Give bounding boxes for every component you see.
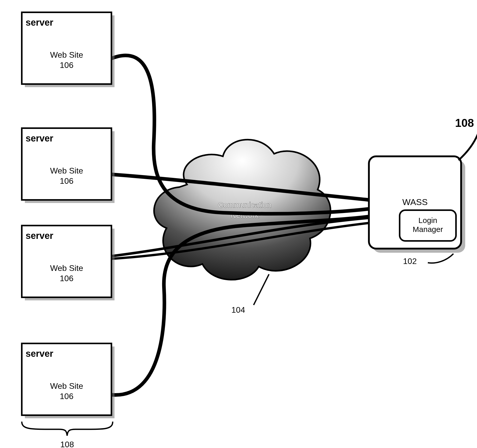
cloud: Communication Network [154, 140, 330, 280]
server-box-4: server Web Site 106 [22, 343, 115, 418]
wass-box: WASS Login Manager [369, 156, 465, 253]
login-line2: Manager [413, 225, 443, 233]
website-ref: 106 [60, 60, 73, 70]
diagram-canvas: Communication Network 104 server Web Sit… [0, 0, 477, 448]
server-title: server [26, 348, 53, 359]
website-label: Web Site [50, 263, 83, 273]
cloud-ref-leader [254, 274, 269, 305]
website-label: Web Site [50, 166, 83, 175]
server-box-2: server Web Site 106 [22, 128, 115, 203]
server-title: server [26, 133, 53, 144]
cloud-ref: 104 [231, 305, 245, 314]
server-box-3: server Web Site 106 [22, 226, 115, 300]
servers-group-bracket: 108 [22, 422, 113, 448]
server-title: server [26, 230, 53, 241]
website-label: Web Site [50, 381, 83, 391]
cloud-label-line1: Communication [218, 201, 271, 209]
server-box-1: server Web Site 106 [22, 12, 115, 87]
website-ref: 106 [60, 176, 73, 186]
wass-ref: 102 [403, 257, 417, 266]
connection-lines [110, 55, 369, 395]
website-label: Web Site [50, 50, 83, 59]
website-ref: 106 [60, 274, 73, 283]
wass-ref-leader [428, 254, 453, 263]
servers-group-ref: 108 [60, 440, 74, 448]
wass-callout-leader [459, 131, 477, 160]
website-ref: 106 [60, 392, 73, 401]
wass-callout-ref: 108 [455, 117, 474, 129]
server-title: server [26, 17, 53, 28]
wass-title: WASS [402, 197, 428, 207]
login-line1: Login [418, 216, 437, 225]
